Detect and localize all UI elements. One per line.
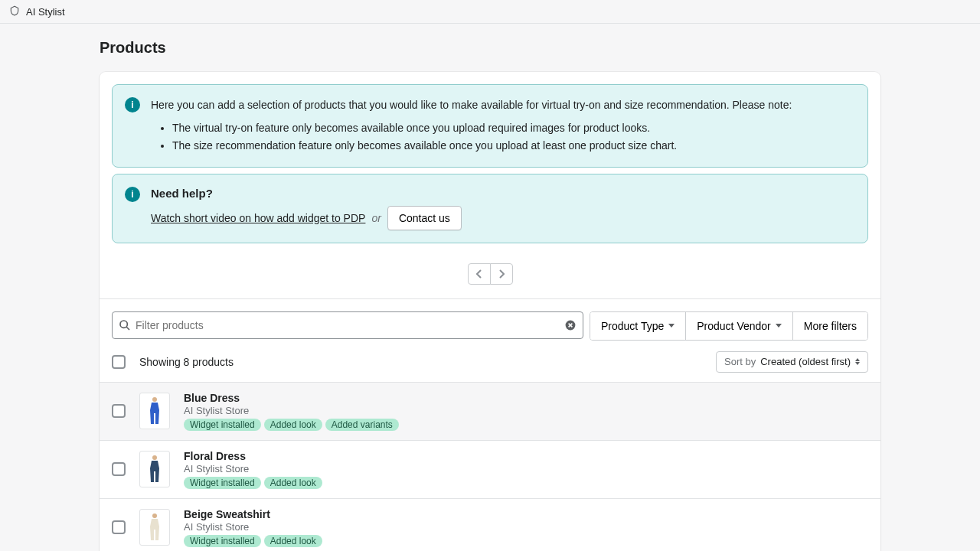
table-row[interactable]: Blue Dress AI Stylist Store Widget insta… xyxy=(100,382,880,440)
product-vendor: AI Stylist Store xyxy=(184,521,868,533)
search-input-wrap[interactable] xyxy=(112,311,583,339)
product-title: Blue Dress xyxy=(184,392,868,404)
status-badge: Added look xyxy=(264,535,322,547)
result-count: Showing 8 products xyxy=(139,356,234,368)
search-input[interactable] xyxy=(131,319,564,331)
app-icon xyxy=(9,5,20,18)
pagination xyxy=(100,249,880,299)
chevron-left-icon xyxy=(476,269,482,279)
list-header: Showing 8 products Sort by Created (olde… xyxy=(100,348,880,382)
caret-down-icon xyxy=(668,324,675,328)
row-checkbox[interactable] xyxy=(112,462,126,476)
sort-arrows-icon xyxy=(855,358,860,365)
contact-us-button[interactable]: Contact us xyxy=(387,206,462,230)
product-title: Floral Dress xyxy=(184,450,868,462)
product-type-filter[interactable]: Product Type xyxy=(590,312,685,340)
product-thumb xyxy=(139,509,170,546)
info-banner: i Here you can add a selection of produc… xyxy=(112,84,868,168)
status-badge: Added variants xyxy=(325,419,399,431)
main-card: i Here you can add a selection of produc… xyxy=(100,72,880,551)
help-banner: i Need help? Watch short video on how ad… xyxy=(112,174,868,243)
status-badge: Widget installed xyxy=(184,477,261,489)
app-title: AI Stylist xyxy=(26,6,65,18)
topbar: AI Stylist xyxy=(0,0,980,24)
product-thumb xyxy=(139,393,170,429)
status-badge: Widget installed xyxy=(184,535,261,547)
status-badge: Added look xyxy=(264,419,322,431)
info-bullet: The virtual try-on feature only becomes … xyxy=(172,120,855,135)
sort-value: Created (oldest first) xyxy=(760,356,851,367)
product-vendor: AI Stylist Store xyxy=(184,463,868,474)
svg-point-0 xyxy=(120,321,127,328)
help-heading: Need help? xyxy=(151,187,855,200)
product-list: Blue Dress AI Stylist Store Widget insta… xyxy=(100,382,880,551)
page-title: Products xyxy=(100,39,880,57)
watch-video-link[interactable]: Watch short video on how add widget to P… xyxy=(151,212,365,224)
search-icon xyxy=(119,319,131,331)
status-badge: Added look xyxy=(264,477,322,489)
next-page-button[interactable] xyxy=(490,263,513,285)
svg-point-5 xyxy=(152,514,157,518)
table-row[interactable]: Beige Sweatshirt AI Stylist Store Widget… xyxy=(100,498,880,551)
filter-buttons: Product Type Product Vendor More filters xyxy=(590,311,868,341)
product-vendor-filter[interactable]: Product Vendor xyxy=(685,312,792,340)
svg-point-3 xyxy=(152,397,157,402)
info-icon: i xyxy=(125,187,140,202)
product-vendor: AI Stylist Store xyxy=(184,405,868,416)
product-title: Beige Sweatshirt xyxy=(184,508,868,520)
clear-icon[interactable] xyxy=(564,319,577,331)
info-bullet: The size recommendation feature only bec… xyxy=(172,138,855,153)
sort-label: Sort by xyxy=(724,356,756,367)
product-thumb xyxy=(139,451,170,487)
svg-line-1 xyxy=(126,327,129,330)
caret-down-icon xyxy=(776,324,782,328)
status-badge: Widget installed xyxy=(184,419,261,431)
row-checkbox[interactable] xyxy=(112,520,126,534)
row-checkbox[interactable] xyxy=(112,404,126,418)
filters-bar: Product Type Product Vendor More filters xyxy=(100,299,880,348)
info-icon: i xyxy=(125,97,140,112)
or-text: or xyxy=(371,212,381,224)
svg-point-4 xyxy=(152,455,157,460)
more-filters-button[interactable]: More filters xyxy=(792,312,867,340)
table-row[interactable]: Floral Dress AI Stylist Store Widget ins… xyxy=(100,440,880,498)
select-all-checkbox[interactable] xyxy=(112,355,126,369)
info-text: Here you can add a selection of products… xyxy=(151,97,855,112)
sort-select[interactable]: Sort by Created (oldest first) xyxy=(716,351,868,373)
prev-page-button[interactable] xyxy=(468,263,491,285)
chevron-right-icon xyxy=(498,269,505,279)
